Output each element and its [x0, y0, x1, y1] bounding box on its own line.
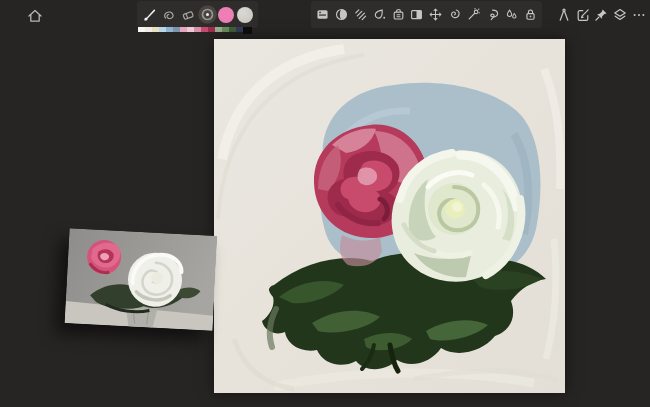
ellipsis-icon — [631, 7, 647, 23]
lock-tool[interactable] — [523, 7, 538, 22]
palette-swatch[interactable] — [215, 27, 222, 32]
liquify-tool[interactable] — [447, 7, 462, 22]
pattern-tool[interactable] — [353, 7, 368, 22]
image-tool[interactable] — [315, 7, 330, 22]
smudge-tool[interactable] — [159, 3, 178, 26]
compass-icon — [556, 7, 572, 23]
primary-color-swatch[interactable] — [217, 3, 236, 26]
layers-button[interactable] — [612, 7, 628, 23]
edit-canvas-button[interactable] — [575, 7, 591, 23]
pattern-icon — [353, 7, 368, 22]
palette-swatch[interactable] — [201, 27, 208, 32]
home-icon — [26, 7, 44, 25]
layers-icon — [612, 7, 628, 23]
palette-swatch[interactable] — [180, 27, 187, 32]
brush-settings-puck[interactable] — [198, 3, 217, 26]
more-menu-button[interactable] — [631, 7, 647, 23]
briefcase-icon — [391, 7, 406, 22]
pushpin-icon — [593, 7, 609, 23]
eraser-icon — [180, 7, 196, 23]
palette-swatch[interactable] — [208, 27, 215, 32]
book-icon — [409, 7, 424, 22]
liquify-icon — [447, 7, 462, 22]
palette-swatch[interactable] — [222, 27, 229, 32]
brush-icon — [141, 6, 159, 24]
palette-swatch[interactable] — [138, 27, 145, 32]
palette-swatch[interactable] — [159, 27, 166, 32]
edit-tool-panel — [311, 1, 542, 28]
palette-swatch[interactable] — [236, 27, 243, 32]
smudge-icon — [161, 7, 177, 23]
edit-icon — [575, 7, 591, 23]
image-icon — [315, 7, 330, 22]
right-action-bar — [555, 1, 648, 28]
palette-swatch[interactable] — [194, 27, 201, 32]
reference-photo[interactable] — [65, 228, 218, 331]
assets-tool[interactable] — [391, 7, 406, 22]
pin-button[interactable] — [593, 7, 609, 23]
guides-button[interactable] — [556, 7, 572, 23]
color-palette-strip — [138, 27, 252, 35]
move-icon — [428, 7, 443, 22]
palette-swatch[interactable] — [166, 27, 173, 32]
lasso-tool[interactable] — [485, 7, 500, 22]
lasso-icon — [485, 7, 500, 22]
pink-color-circle — [218, 7, 234, 23]
reference-photo-image — [65, 228, 218, 331]
eraser-tool[interactable] — [178, 3, 197, 26]
adjustments-icon — [334, 7, 349, 22]
water-drops-icon — [504, 7, 519, 22]
lock-icon — [523, 7, 538, 22]
blend-tool[interactable] — [504, 7, 519, 22]
target-puck-icon — [198, 5, 217, 24]
home-button[interactable] — [25, 6, 45, 26]
move-tool[interactable] — [428, 7, 443, 22]
wand-icon — [466, 7, 481, 22]
fill-tool[interactable] — [372, 7, 387, 22]
secondary-color-swatch[interactable] — [236, 3, 255, 26]
palette-swatch[interactable] — [173, 27, 180, 32]
palette-swatch[interactable] — [243, 27, 252, 34]
app-window — [0, 0, 650, 407]
rose-painting — [214, 39, 565, 393]
wand-tool[interactable] — [466, 7, 481, 22]
painting-canvas[interactable] — [214, 39, 565, 393]
palette-swatch[interactable] — [145, 27, 152, 32]
palette-swatch[interactable] — [229, 27, 236, 32]
palette-swatch[interactable] — [152, 27, 159, 32]
brush-tool[interactable] — [140, 3, 159, 26]
adjustments-tool[interactable] — [334, 7, 349, 22]
brush-tool-panel — [137, 1, 258, 28]
fill-icon — [372, 7, 387, 22]
palette-swatch[interactable] — [187, 27, 194, 32]
pages-tool[interactable] — [409, 7, 424, 22]
gray-texture-circle — [237, 7, 253, 23]
